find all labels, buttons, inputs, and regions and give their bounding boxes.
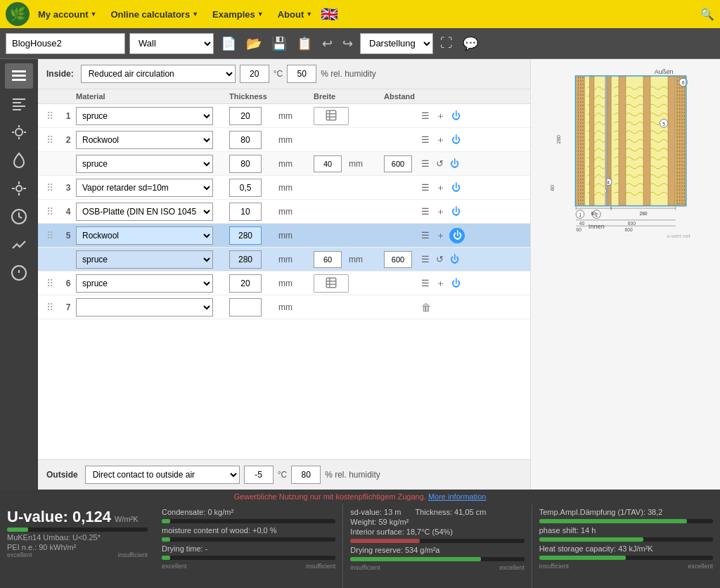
thickness-input-5[interactable] [229,226,262,245]
sidebar-item-sun[interactable] [5,176,33,201]
comments-button[interactable]: 💬 [460,34,481,53]
thickness-input-6[interactable] [229,274,262,293]
outside-humidity-input[interactable] [291,466,321,484]
search-icon[interactable]: 🔍 [700,8,714,21]
project-name-input[interactable] [6,33,125,54]
thickness-input-5-sub[interactable] [229,250,262,269]
thickness-input-1[interactable] [229,107,262,125]
inside-humidity-input[interactable] [287,65,316,83]
thickness-input-3[interactable] [229,179,262,197]
menu-btn-2[interactable]: ☰ [419,134,432,145]
undo-btn-2-sub[interactable]: ↺ [434,158,446,169]
undo-button[interactable]: ↩ [319,34,335,53]
menu-btn-3[interactable]: ☰ [419,182,432,193]
wall-type-select[interactable]: Wall Floor Roof [129,33,214,54]
menu-btn-5-sub[interactable]: ☰ [419,254,432,264]
menu-btn-4[interactable]: ☰ [419,206,432,217]
svg-rect-38 [668,77,675,205]
svg-rect-44 [605,77,607,205]
save-button[interactable]: 💾 [269,34,290,53]
mm-label-7: mm [278,302,314,312]
outside-temp-input[interactable] [244,466,274,484]
open-button[interactable]: 📂 [243,34,264,53]
sidebar-item-thermal[interactable] [5,91,33,117]
my-account-menu[interactable]: My account ▼ [32,6,102,23]
sidebar-item-chart[interactable] [5,232,33,257]
sidebar-item-moisture[interactable] [5,148,33,173]
texture-btn-1[interactable] [314,107,349,125]
redo-button[interactable]: ↪ [340,34,356,53]
material-select-7[interactable] [76,298,213,317]
abstand-input-5-sub[interactable] [384,251,412,268]
breite-input-5-sub[interactable] [314,251,342,268]
sidebar-item-layers[interactable] [5,63,33,89]
power-btn-4[interactable]: ⏻ [449,206,463,217]
online-calculators-menu[interactable]: Online calculators ▼ [105,6,204,23]
material-select-5-sub[interactable]: spruce [76,250,213,269]
delete-btn-7[interactable]: 🗑 [419,302,433,313]
menu-btn-5[interactable]: ☰ [419,230,432,241]
phase-shift-label: phase shift: 14 h [539,526,713,535]
menu-btn-1[interactable]: ☰ [419,110,432,121]
temp-amp-label: Temp.Ampl.Dämpfung (1/TAV): 38,2 [539,508,713,516]
drag-handle-2[interactable]: ⠿ [46,134,60,146]
drag-handle-6[interactable]: ⠿ [46,278,60,289]
thickness-input-4[interactable] [229,203,262,221]
svg-text:6: 6 [681,80,684,85]
power-btn-2-sub[interactable]: ⏻ [448,158,461,169]
sidebar-item-climate[interactable] [5,120,33,145]
inside-temp-input[interactable] [240,65,269,83]
sidebar-item-info[interactable] [5,260,33,286]
language-flag[interactable]: 🇬🇧 [321,6,338,23]
export-pdf-button[interactable]: 📋 [294,34,315,53]
power-btn-1[interactable]: ⏻ [449,110,463,121]
drag-handle-7[interactable]: ⠿ [46,302,60,313]
about-menu[interactable]: About ▼ [272,6,318,23]
logo[interactable]: 🌿 [6,2,30,26]
add-btn-6[interactable]: ＋ [434,278,447,288]
add-btn-3[interactable]: ＋ [434,182,447,193]
sidebar-item-cost[interactable] [5,204,33,229]
examples-menu[interactable]: Examples ▼ [207,6,269,23]
material-select-1[interactable]: spruce [76,107,213,125]
add-btn-1[interactable]: ＋ [434,110,447,121]
power-btn-5[interactable]: ⏻ [449,228,465,243]
svg-rect-37 [643,77,650,205]
power-btn-6[interactable]: ⏻ [449,278,463,288]
drag-handle-1[interactable]: ⠿ [46,110,60,122]
add-btn-2[interactable]: ＋ [434,134,447,145]
drag-handle-4[interactable]: ⠿ [46,206,60,217]
inside-condition-select[interactable]: Reduced air circulation Normal High humi… [81,65,236,83]
power-btn-5-sub[interactable]: ⏻ [448,254,461,264]
thickness-input-7[interactable] [229,298,262,317]
add-btn-5[interactable]: ＋ [434,230,447,241]
material-select-2[interactable]: Rockwool [76,131,213,149]
menu-btn-2-sub[interactable]: ☰ [419,158,432,169]
stats-row: U-value: 0,124 W/m²K MuKEn14 Umbau: U<0.… [0,504,720,588]
texture-btn-6[interactable] [314,274,349,293]
power-btn-3[interactable]: ⏻ [449,182,463,193]
svg-text:4: 4 [607,180,610,185]
mm-label-3: mm [278,183,314,193]
material-select-5[interactable]: Rockwool [76,226,213,245]
thickness-input-2[interactable] [229,131,262,149]
undo-btn-5-sub[interactable]: ↺ [434,254,446,264]
material-select-6[interactable]: spruce [76,274,213,293]
drag-handle-5[interactable]: ⠿ [46,230,60,241]
add-btn-4[interactable]: ＋ [434,206,447,217]
material-select-3[interactable]: Vapor retarder sd=10m [76,179,213,197]
thickness-input-2-sub[interactable] [229,155,262,173]
power-btn-2[interactable]: ⏻ [449,134,463,145]
darstellung-select[interactable]: Darstellung 2D 3D [360,33,433,54]
abstand-input-2-sub[interactable] [384,155,412,172]
material-select-4[interactable]: OSB-Platte (DIN EN ISO 1045 [76,203,213,221]
material-select-2-sub[interactable]: spruce [76,155,213,173]
menu-btn-6[interactable]: ☰ [419,278,432,288]
u-bar-labels: excellent insufficient [7,551,148,558]
new-document-button[interactable]: 📄 [218,34,239,53]
drag-handle-3[interactable]: ⠿ [46,182,60,193]
outside-condition-select[interactable]: Direct contact to outside air Normal [85,466,240,484]
fullscreen-button[interactable]: ⛶ [437,34,456,52]
breite-input-2-sub[interactable] [314,155,342,172]
more-info-link[interactable]: More information [428,492,487,501]
